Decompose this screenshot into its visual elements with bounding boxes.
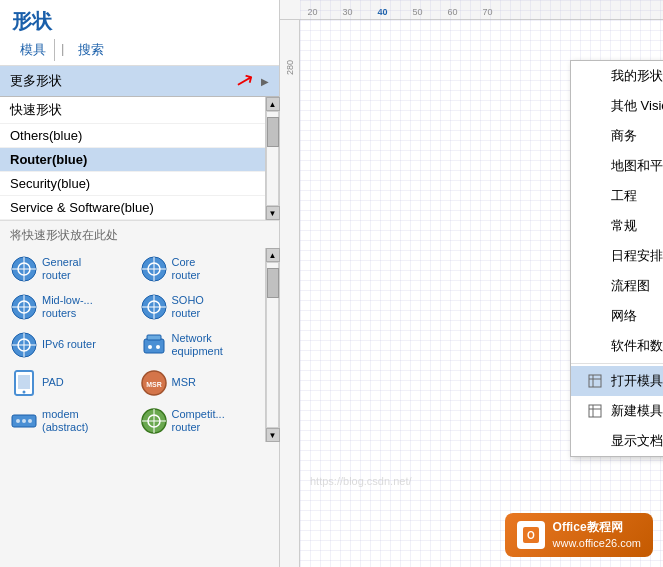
scrollbar-up-btn[interactable]: ▲ (266, 97, 280, 111)
more-shapes-row[interactable]: 更多形状 ▶ ↗ (0, 66, 279, 97)
shape-icon-modem (10, 407, 38, 435)
office-badge-line2: www.office26.com (553, 536, 641, 551)
shape-item-compete-router[interactable]: Competit...router (138, 404, 260, 438)
menu-item-business[interactable]: 商务 ▶ (571, 121, 663, 151)
menu-item-new-mold[interactable]: 新建模具 (571, 396, 663, 426)
tab-mujiu[interactable]: 模具 (12, 39, 55, 61)
shape-item-network-equipment[interactable]: Networkequipment (138, 328, 260, 362)
scrollbar-down-btn[interactable]: ▼ (266, 206, 280, 220)
main-container: 形状 模具 | 搜索 更多形状 ▶ ↗ 快速形状 Others(blue) Ro… (0, 0, 663, 567)
menu-label-schedule: 日程安排 (611, 247, 663, 265)
menu-label-flowchart: 流程图 (611, 277, 663, 295)
menu-label-other-visio: 其他 Visio 方案 (611, 97, 663, 115)
svg-rect-25 (18, 375, 30, 389)
shapes-vscrollbar[interactable]: ▲ ▼ (265, 248, 279, 442)
menu-label-new-mold: 新建模具 (611, 402, 663, 420)
ruler-marks: 20 30 40 50 60 70 (295, 7, 505, 19)
menu-item-network[interactable]: 网络 ▶ (571, 301, 663, 331)
shape-name-modem: modem(abstract) (42, 408, 88, 434)
top-ruler: 20 30 40 50 60 70 (280, 0, 663, 20)
ruler-mark-70: 70 (470, 7, 505, 17)
shapes-scrollbar-thumb[interactable] (267, 268, 279, 298)
shapes-grid-area: Generalrouter Corer (0, 248, 279, 442)
shape-item-soho-router[interactable]: SOHOrouter (138, 290, 260, 324)
shape-list-item-quickshape[interactable]: 快速形状 (0, 97, 265, 124)
quick-section: 将快速形状放在此处 (0, 220, 279, 442)
svg-text:O: O (527, 530, 535, 541)
office-badge: O Office教程网 www.office26.com (505, 513, 653, 557)
panel-title: 形状 (12, 8, 267, 35)
left-ruler: 280 (280, 20, 300, 567)
menu-label-network: 网络 (611, 307, 663, 325)
svg-point-26 (23, 391, 26, 394)
shapes-scrollbar-down-btn[interactable]: ▼ (266, 428, 280, 442)
shape-name-core-router: Corerouter (172, 256, 201, 282)
list-vscrollbar[interactable]: ▲ ▼ (265, 97, 279, 220)
menu-label-open-mold: 打开模具 (611, 372, 663, 390)
menu-item-engineering[interactable]: 工程 ▶ (571, 181, 663, 211)
right-area: 20 30 40 50 60 70 280 https://blog.csdn.… (280, 0, 663, 567)
shape-list-item-router[interactable]: Router(blue) (0, 148, 265, 172)
menu-item-maps[interactable]: 地图和平面布置图 ▶ (571, 151, 663, 181)
shape-item-ipv6-router[interactable]: IPv6 router (8, 328, 130, 362)
shape-name-msr: MSR (172, 376, 196, 389)
quick-shapes-label: 将快速形状放在此处 (0, 221, 279, 248)
context-menu: 我的形状(M) ▶ 其他 Visio 方案 ▶ 商务 ▶ 地图和平面布置图 ▶ (570, 60, 663, 457)
menu-item-general[interactable]: 常规 (571, 211, 663, 241)
menu-item-software-db[interactable]: 软件和数据库 ▶ (571, 331, 663, 361)
svg-rect-37 (589, 375, 601, 387)
shape-item-pad[interactable]: PAD (8, 366, 130, 400)
ruler-mark-280: 280 (285, 25, 295, 75)
shape-icon-msr: MSR (140, 369, 168, 397)
scrollbar-track[interactable] (266, 111, 279, 206)
menu-item-flowchart[interactable]: 流程图 ▶ (571, 271, 663, 301)
menu-item-other-visio[interactable]: 其他 Visio 方案 ▶ (571, 91, 663, 121)
shapes-scrollbar-track[interactable] (266, 262, 279, 428)
shape-name-compete-router: Competit...router (172, 408, 225, 434)
svg-text:MSR: MSR (146, 381, 162, 388)
ruler-mark-30: 30 (330, 7, 365, 17)
shapes-scrollbar-up-btn[interactable]: ▲ (266, 248, 280, 262)
table-icon-new (585, 404, 605, 418)
shape-item-general-router[interactable]: Generalrouter (8, 252, 130, 286)
watermark-text: https://blog.csdn.net/ (310, 475, 412, 487)
shape-icon-pad (10, 369, 38, 397)
shape-name-soho-router: SOHOrouter (172, 294, 204, 320)
menu-label-software-db: 软件和数据库 (611, 337, 663, 355)
shape-item-midlow-routers[interactable]: Mid-low-...routers (8, 290, 130, 324)
shape-item-modem[interactable]: modem(abstract) (8, 404, 130, 438)
shape-list-item-service[interactable]: Service & Software(blue) (0, 196, 265, 220)
shape-list-item-security[interactable]: Security(blue) (0, 172, 265, 196)
menu-label-show-doc-mold: 显示文档模具 (611, 432, 663, 450)
menu-item-my-shapes[interactable]: 我的形状(M) ▶ (571, 61, 663, 91)
office-logo-icon: O (517, 521, 545, 549)
shape-list-container: 快速形状 Others(blue) Router(blue) Security(… (0, 97, 279, 220)
left-panel: 形状 模具 | 搜索 更多形状 ▶ ↗ 快速形状 Others(blue) Ro… (0, 0, 280, 567)
menu-item-schedule[interactable]: 日程安排 ▶ (571, 241, 663, 271)
menu-item-show-doc-mold[interactable]: 显示文档模具 (571, 426, 663, 456)
shape-item-core-router[interactable]: Corerouter (138, 252, 260, 286)
scrollbar-thumb[interactable] (267, 117, 279, 147)
shape-icon-soho-router (140, 293, 168, 321)
shape-item-msr[interactable]: MSR MSR (138, 366, 260, 400)
svg-point-22 (148, 345, 152, 349)
shape-icon-network-equipment (140, 331, 168, 359)
menu-label-maps: 地图和平面布置图 (611, 157, 663, 175)
office-badge-line1: Office教程网 (553, 519, 641, 536)
tab-search[interactable]: 搜索 (70, 39, 112, 61)
shape-name-general-router: Generalrouter (42, 256, 81, 282)
shape-list-item-others[interactable]: Others(blue) (0, 124, 265, 148)
svg-rect-40 (589, 405, 601, 417)
panel-title-area: 形状 模具 | 搜索 (0, 0, 279, 66)
ruler-mark-40: 40 (365, 7, 400, 17)
menu-item-open-mold[interactable]: 打开模具 (571, 366, 663, 396)
shape-icon-core-router (140, 255, 168, 283)
shape-icon-ipv6-router (10, 331, 38, 359)
menu-separator-1 (571, 363, 663, 364)
svg-point-23 (156, 345, 160, 349)
more-shapes-arrow-icon: ▶ (261, 76, 269, 87)
shape-icon-midlow-routers (10, 293, 38, 321)
ruler-mark-50: 50 (400, 7, 435, 17)
svg-point-30 (16, 419, 20, 423)
ruler-mark-20: 20 (295, 7, 330, 17)
